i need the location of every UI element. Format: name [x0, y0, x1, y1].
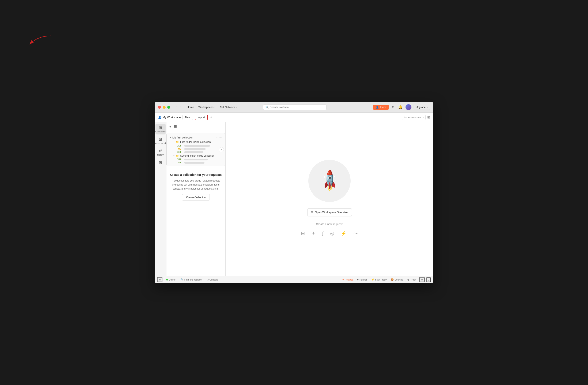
- create-collection-button[interactable]: Create Collection: [182, 194, 210, 201]
- request-name-bar: [184, 162, 205, 163]
- upgrade-button[interactable]: Upgrade ▾: [414, 105, 430, 110]
- new-request-label: Create a new request:: [316, 223, 343, 226]
- grpc-button[interactable]: ∫: [321, 229, 325, 238]
- api-network-link[interactable]: API Network ▾: [218, 105, 238, 110]
- folder-row[interactable]: ▾ 📁 First folder inside collection: [168, 140, 223, 144]
- close-button[interactable]: [158, 106, 161, 109]
- postbot-button[interactable]: ✦ Postbot: [341, 278, 354, 282]
- import-button[interactable]: Import: [195, 115, 208, 120]
- titlebar-right: 👤 Invite ⚙ 🔔 U Upgrade ▾: [373, 104, 430, 110]
- workspace-label: 👤 My Workspace: [158, 116, 181, 119]
- socketio-button[interactable]: ⚡: [340, 229, 348, 238]
- chevron-down-icon: ▾: [170, 136, 171, 139]
- method-label: GET: [177, 144, 183, 147]
- search-input-wrap[interactable]: 🔍: [263, 104, 327, 110]
- grid-view-button[interactable]: ⊞: [427, 115, 430, 119]
- new-button[interactable]: New: [183, 115, 193, 120]
- toolbar: 👤 My Workspace New Import + No environme…: [155, 113, 433, 122]
- sidebar-item-collections[interactable]: ⊞ Collections: [155, 124, 166, 134]
- rocket-circle: 🚀: [308, 160, 351, 202]
- main-area: ⊞ Collections ⊡ Environments ↺ History ⊞…: [155, 122, 433, 276]
- folder-icon: 📁: [176, 154, 179, 157]
- start-proxy-button[interactable]: ⚡ Start Proxy: [370, 278, 388, 282]
- home-link[interactable]: Home: [185, 105, 196, 110]
- mqtt-button[interactable]: 〜: [352, 229, 359, 238]
- sidebar-toggle-button[interactable]: ⊞: [157, 277, 162, 282]
- titlebar: ‹ › Home Workspaces ▾ API Network ▾ 🔍: [155, 102, 433, 113]
- sidebar-toggle-icon: ⊞: [159, 278, 161, 281]
- request-row[interactable]: GET: [168, 158, 223, 161]
- search-icon: 🔍: [266, 106, 269, 109]
- proxy-icon: ⚡: [371, 278, 374, 281]
- grid-button[interactable]: ⊞: [419, 277, 424, 282]
- runner-button[interactable]: ▶ Runner: [356, 278, 368, 282]
- statusbar-left: ⊞ Online 🔍 Find and replace ⊡ Console: [157, 277, 219, 282]
- collection-header[interactable]: ▾ My first collection ☆ ···: [168, 135, 223, 140]
- search-input[interactable]: [270, 106, 324, 109]
- add-tab-button[interactable]: +: [210, 115, 213, 120]
- history-icon: ↺: [159, 149, 162, 153]
- console-button[interactable]: ⊡ Console: [206, 278, 219, 282]
- rocket-icon: 🚀: [317, 168, 342, 194]
- find-replace-button[interactable]: 🔍 Find and replace: [179, 278, 203, 282]
- avatar[interactable]: U: [405, 104, 411, 110]
- statusbar: ⊞ Online 🔍 Find and replace ⊡ Console ✦ …: [155, 276, 433, 283]
- help-button[interactable]: ?: [426, 277, 431, 282]
- settings-button[interactable]: ⚙: [391, 104, 395, 110]
- method-label: GET: [177, 162, 183, 164]
- workspaces-link[interactable]: Workspaces ▾: [197, 105, 217, 110]
- minimize-button[interactable]: [163, 106, 166, 109]
- sidebar-item-environments[interactable]: ⊡ Environments: [155, 135, 166, 146]
- postbot-icon: ✦: [342, 278, 344, 281]
- overview-icon: ⊞: [311, 211, 313, 214]
- maximize-button[interactable]: [167, 106, 170, 109]
- collections-icon: ⊞: [159, 125, 162, 130]
- environments-icon: ⊡: [159, 137, 162, 142]
- request-type-icons: ⊞ ✦ ∫ ◎ ⚡ 〜: [300, 229, 359, 238]
- preview-next-button[interactable]: ›: [219, 147, 224, 152]
- sidebar-item-label: Collections: [155, 130, 166, 133]
- request-row[interactable]: GET: [168, 150, 223, 154]
- trash-icon: 🗑: [407, 278, 410, 281]
- folder-icon: 📁: [176, 141, 179, 143]
- collection-more-button[interactable]: ···: [219, 136, 222, 139]
- panel-more-button[interactable]: ···: [221, 125, 223, 128]
- promo-content: Create a collection for your requests A …: [167, 169, 225, 204]
- traffic-lights: [158, 106, 170, 109]
- online-status[interactable]: Online: [165, 278, 177, 282]
- request-row[interactable]: POST: [168, 147, 223, 150]
- add-collection-button[interactable]: +: [168, 124, 172, 129]
- console-icon: ⊡: [207, 278, 209, 281]
- http-request-button[interactable]: ⊞: [300, 229, 306, 238]
- notifications-button[interactable]: 🔔: [398, 104, 403, 110]
- environment-dropdown[interactable]: No environment ▾: [402, 115, 426, 120]
- main-content: 🚀 ⊞ Open Workspace Overview Create a new…: [226, 122, 433, 276]
- star-button[interactable]: ☆: [216, 136, 218, 139]
- invite-button[interactable]: 👤 Invite: [373, 105, 389, 110]
- find-replace-icon: 🔍: [181, 278, 184, 281]
- request-row[interactable]: GET: [168, 144, 223, 147]
- sidebar-item-history[interactable]: ↺ History: [155, 147, 166, 158]
- open-workspace-overview-button[interactable]: ⊞ Open Workspace Overview: [307, 208, 352, 216]
- filter-button[interactable]: ☰: [173, 124, 178, 129]
- method-label: GET: [177, 151, 183, 153]
- cookies-button[interactable]: 🍪 Cookies: [389, 278, 404, 282]
- chevron-down-icon: ▾: [426, 106, 428, 109]
- forward-button[interactable]: ›: [179, 104, 183, 110]
- promo-title: Create a collection for your requests: [170, 173, 222, 177]
- sidebar-item-apps[interactable]: ⊞: [155, 159, 166, 166]
- folder-row[interactable]: ▾ 📁 Second folder inside collection: [168, 154, 223, 158]
- online-dot: [166, 279, 168, 281]
- request-name-bar: [184, 145, 210, 147]
- request-row[interactable]: GET: [168, 161, 223, 164]
- request-name-bar: [184, 151, 203, 153]
- trash-button[interactable]: 🗑 Trash: [406, 278, 418, 282]
- method-label: POST: [177, 148, 183, 150]
- websocket-button[interactable]: ◎: [329, 229, 336, 238]
- graphql-button[interactable]: ✦: [310, 229, 316, 238]
- chevron-down-icon: ▾: [214, 106, 215, 108]
- user-icon: 👤: [158, 116, 161, 119]
- chevron-down-icon: ▾: [236, 106, 237, 108]
- back-button[interactable]: ‹: [174, 104, 178, 110]
- sidebar-item-label: History: [157, 154, 164, 156]
